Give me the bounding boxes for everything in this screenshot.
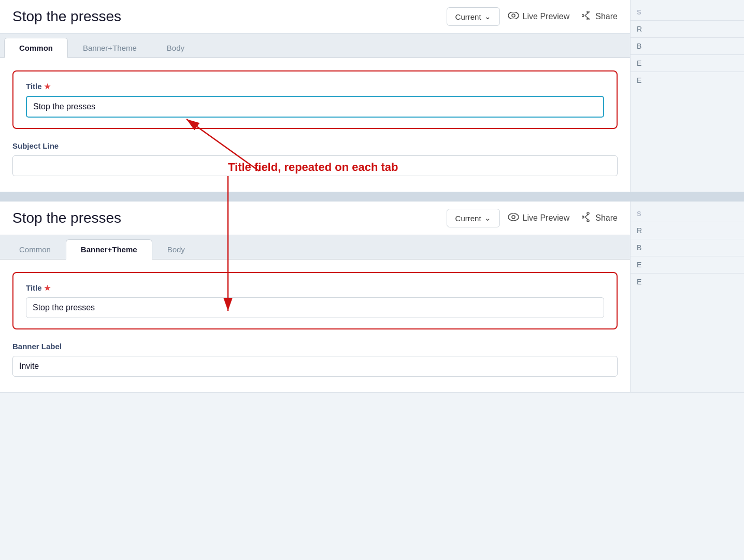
title-label-top: Title ★ xyxy=(26,82,604,91)
live-preview-button[interactable]: Live Preview xyxy=(508,12,570,21)
title-label-bottom: Title ★ xyxy=(26,283,604,292)
top-tabs-bar: Common Banner+Theme Body xyxy=(0,34,630,58)
subject-line-section: Subject Line xyxy=(12,141,618,176)
tab-body-bottom[interactable]: Body xyxy=(152,239,200,259)
top-section: Stop the presses Current ⌄ Live Preview xyxy=(0,0,744,192)
bottom-share-icon xyxy=(582,212,591,224)
top-header: Stop the presses Current ⌄ Live Preview xyxy=(0,0,630,34)
bottom-live-preview-label: Live Preview xyxy=(523,213,570,223)
bottom-content: Title ★ Banner Label xyxy=(0,260,630,392)
subject-line-input[interactable] xyxy=(12,155,618,176)
bottom-share-button[interactable]: Share xyxy=(582,212,618,224)
tab-body-top[interactable]: Body xyxy=(152,38,199,58)
bottom-page-title: Stop the presses xyxy=(12,210,438,226)
top-content: Title ★ Subject Line xyxy=(0,58,630,192)
title-input-top[interactable] xyxy=(26,96,604,118)
title-field-card-top: Title ★ xyxy=(12,70,618,129)
bottom-live-preview-button[interactable]: Live Preview xyxy=(508,213,570,223)
title-field-card-bottom: Title ★ xyxy=(12,272,618,329)
tab-banner-theme-top[interactable]: Banner+Theme xyxy=(68,38,152,58)
tab-common-bottom[interactable]: Common xyxy=(4,239,66,259)
banner-label-section: Banner Label xyxy=(12,342,618,377)
page-wrapper: Stop the presses Current ⌄ Live Preview xyxy=(0,0,744,393)
dropdown-chevron-icon: ⌄ xyxy=(484,12,491,21)
tab-common-top[interactable]: Common xyxy=(4,38,68,58)
svg-point-0 xyxy=(508,12,519,19)
required-star-top: ★ xyxy=(44,82,51,91)
share-button[interactable]: Share xyxy=(582,11,618,22)
bottom-header: Stop the presses Current ⌄ Live Preview xyxy=(0,202,630,235)
share-icon xyxy=(582,11,591,22)
bottom-tabs-bar: Common Banner+Theme Body xyxy=(0,235,630,260)
live-preview-label: Live Preview xyxy=(523,12,570,21)
bottom-section: Stop the presses Current ⌄ Live Preview xyxy=(0,202,744,393)
current-label: Current xyxy=(455,12,481,21)
svg-point-6 xyxy=(508,213,519,221)
current-dropdown[interactable]: Current ⌄ xyxy=(447,7,500,26)
banner-label-label: Banner Label xyxy=(12,342,618,351)
bottom-eye-icon xyxy=(508,213,519,223)
required-star-bottom: ★ xyxy=(44,284,51,292)
bottom-current-dropdown[interactable]: Current ⌄ xyxy=(447,209,500,227)
eye-icon xyxy=(508,12,519,21)
top-right-sidebar: S R B E E xyxy=(630,0,744,192)
bottom-right-sidebar: S R B E E xyxy=(630,202,744,392)
svg-point-7 xyxy=(512,216,515,219)
bottom-main-panel: Stop the presses Current ⌄ Live Preview xyxy=(0,202,630,392)
bottom-current-label: Current xyxy=(455,214,481,223)
bottom-dropdown-chevron-icon: ⌄ xyxy=(484,213,491,223)
banner-label-input[interactable] xyxy=(12,356,618,377)
share-label: Share xyxy=(595,12,618,21)
top-main-panel: Stop the presses Current ⌄ Live Preview xyxy=(0,0,630,192)
subject-line-label: Subject Line xyxy=(12,141,618,150)
title-input-bottom[interactable] xyxy=(26,297,604,318)
panel-separator xyxy=(0,192,744,202)
tab-banner-theme-bottom[interactable]: Banner+Theme xyxy=(66,239,152,260)
bottom-header-actions: Live Preview Share xyxy=(508,212,618,224)
bottom-share-label: Share xyxy=(595,213,618,223)
page-title: Stop the presses xyxy=(12,8,438,25)
svg-point-1 xyxy=(512,14,515,17)
header-actions: Live Preview Share xyxy=(508,11,618,22)
